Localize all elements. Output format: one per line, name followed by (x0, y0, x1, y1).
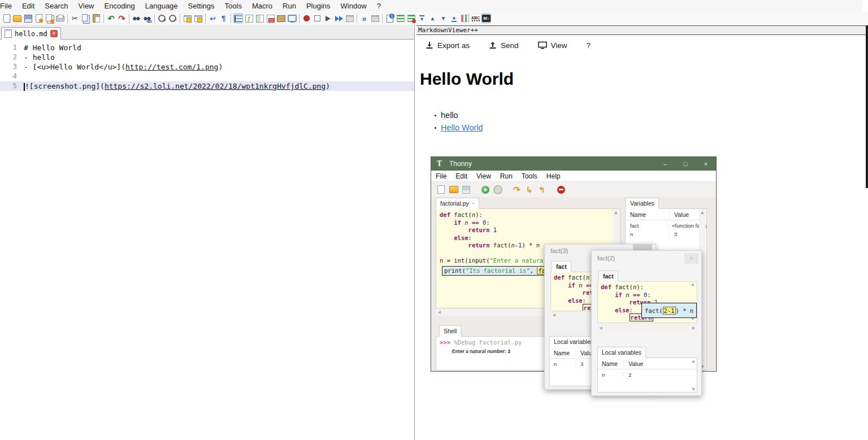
run-macro-multiple-icon[interactable] (334, 14, 344, 23)
replace-icon[interactable] (142, 14, 152, 23)
stop-macro-icon[interactable] (313, 14, 322, 23)
paste-icon[interactable] (92, 14, 101, 23)
menu-item-?[interactable]: ? (372, 1, 386, 11)
indent-guide-icon[interactable] (233, 14, 243, 23)
toolbar-separator (357, 14, 357, 23)
zoom-in-icon[interactable] (157, 14, 167, 23)
line-number: 2 (0, 53, 24, 62)
sync-scroll-v-icon[interactable] (183, 14, 192, 23)
editor-line-5[interactable]: 5![screenshot.png](https://s2.loli.net/2… (0, 81, 414, 91)
nav-down-icon[interactable] (439, 14, 448, 23)
shell-input-value: 3 (507, 348, 510, 354)
nav-last-icon[interactable] (449, 14, 459, 23)
embedded-thonny-screenshot-image: T Thonny – □ × FileEditViewRunToolsHelp … (431, 156, 717, 394)
open-file-icon (448, 184, 459, 195)
fast-forward-icon[interactable] (359, 14, 369, 23)
fact2-local-variables-table: Name Value n2 (597, 358, 697, 393)
editor-line-3[interactable]: 3- [<u>Hello World</u>](http://test.com/… (0, 62, 414, 72)
diff-removed-icon[interactable] (406, 14, 416, 23)
print-icon[interactable] (55, 14, 65, 23)
upload-icon (489, 41, 497, 49)
copy-icon[interactable] (81, 14, 90, 23)
monitor-icon[interactable] (287, 14, 297, 23)
stop-icon (555, 184, 566, 195)
thonny-toolbar (431, 182, 716, 197)
toolbar-separator (129, 14, 129, 23)
numbered-bookmark-icon[interactable] (385, 14, 394, 23)
thonny-menu-view: View (472, 172, 496, 180)
function-list-icon[interactable] (244, 14, 254, 23)
document-switcher-icon[interactable] (276, 14, 286, 23)
thonny-app-icon: T (437, 160, 444, 168)
fact3-window-title: fact(3) (550, 247, 568, 254)
undo-icon[interactable] (106, 14, 116, 23)
maximize-button: □ (675, 157, 696, 171)
variables-col-value: Value (670, 211, 689, 218)
save-icon[interactable] (23, 14, 33, 23)
tab-hello-md[interactable]: hello.md × (1, 27, 61, 40)
zoom-out-icon[interactable] (168, 14, 177, 23)
toolbar-separator (154, 14, 155, 23)
menu-item-tools[interactable]: Tools (220, 1, 247, 11)
redo-icon[interactable] (117, 14, 127, 23)
new-file-icon[interactable] (2, 14, 11, 23)
help-button[interactable]: ? (587, 41, 591, 50)
menu-item-file[interactable]: File (0, 1, 17, 11)
line-text: # Hello World (24, 43, 81, 53)
nav-first-icon[interactable] (417, 14, 427, 23)
play-macro-icon[interactable] (323, 14, 333, 23)
evaluated-expression-tooltip: fact(2-1) * n (641, 303, 697, 318)
editor-line-2[interactable]: 2- hello (0, 53, 414, 62)
menu-item-plugins[interactable]: Plugins (301, 1, 336, 11)
view-current-icon[interactable] (370, 14, 380, 23)
shell-command: %Debug factorial.py (454, 339, 522, 346)
spell-check-icon[interactable] (471, 14, 480, 23)
menu-item-edit[interactable]: Edit (17, 1, 40, 11)
menu-item-view[interactable]: View (73, 1, 99, 11)
send-button[interactable]: Send (489, 41, 519, 50)
cut-icon[interactable] (70, 14, 80, 23)
line-number: 3 (0, 62, 24, 72)
show-all-characters-icon[interactable] (219, 14, 228, 23)
table-row: fact<function fact a (626, 220, 706, 229)
download-icon (426, 41, 433, 49)
monitor-icon (538, 41, 547, 49)
menu-item-run[interactable]: Run (277, 1, 301, 11)
editor-line-1[interactable]: 1# Hello World (0, 43, 414, 53)
line-number: 4 (0, 72, 24, 81)
save-macro-icon[interactable] (345, 14, 354, 23)
menu-item-search[interactable]: Search (40, 1, 73, 11)
menu-item-window[interactable]: Window (336, 1, 372, 11)
open-folder-icon[interactable] (12, 14, 22, 23)
markdown-viewer-icon[interactable] (481, 14, 491, 23)
compare-results-icon[interactable] (460, 14, 470, 23)
thonny-menu-help: Help (542, 172, 565, 180)
word-wrap-icon[interactable] (208, 14, 218, 23)
document-map-icon[interactable] (255, 14, 264, 23)
hello-world-link[interactable]: Hello World (441, 123, 483, 132)
menu-item-settings[interactable]: Settings (183, 1, 220, 11)
panel-splitter[interactable] (414, 25, 415, 440)
save-all-icon[interactable] (45, 14, 54, 23)
markdown-source-editor[interactable]: 1# Hello World2- hello3- [<u>Hello World… (0, 40, 414, 440)
line-text: - [<u>Hello World</u>](http://test.com/1… (24, 62, 223, 72)
export-as-button[interactable]: Export as (426, 41, 470, 50)
save-as-icon[interactable] (34, 14, 44, 23)
thonny-menu-file: File (431, 172, 451, 180)
fact2-horizontal-scrollbar (597, 324, 697, 332)
markdown-panel-scrollbar[interactable] (866, 25, 868, 188)
tab-close-icon[interactable]: × (50, 30, 58, 37)
nav-up-icon[interactable] (428, 14, 437, 23)
menu-item-language[interactable]: Language (140, 1, 183, 11)
find-icon[interactable] (132, 14, 141, 23)
view-button[interactable]: View (538, 41, 567, 50)
menu-item-macro[interactable]: Macro (247, 1, 277, 11)
menu-item-encoding[interactable]: Encoding (99, 1, 140, 11)
record-macro-icon[interactable] (302, 14, 311, 23)
toolbar-separator (382, 14, 383, 23)
editor-line-4[interactable]: 4 (0, 72, 414, 81)
diff-added-icon[interactable] (396, 14, 405, 23)
thonny-menu-bar: FileEditViewRunToolsHelp (431, 171, 716, 182)
folder-as-workspace-icon[interactable] (266, 14, 275, 23)
sync-scroll-h-icon[interactable] (193, 14, 203, 23)
